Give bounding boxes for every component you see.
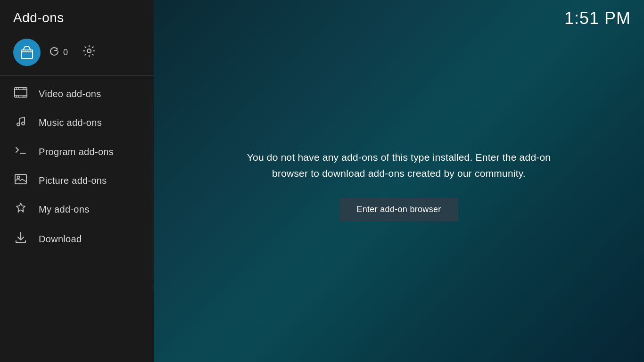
- refresh-area: 0: [49, 46, 68, 59]
- sidebar-item-label: Picture add-ons: [39, 175, 107, 186]
- sidebar-item-program-addons[interactable]: Program add-ons: [0, 137, 154, 166]
- app-title: Add-ons: [0, 0, 154, 34]
- sidebar-item-video-addons[interactable]: Video add-ons: [0, 80, 154, 108]
- addon-icon: [13, 39, 41, 66]
- my-addons-icon: [13, 202, 28, 216]
- sidebar-item-picture-addons[interactable]: Picture add-ons: [0, 166, 154, 195]
- picture-icon: [13, 174, 28, 187]
- sidebar-item-music-addons[interactable]: Music add-ons: [0, 108, 154, 137]
- sidebar-item-label: Program add-ons: [39, 147, 114, 157]
- svg-point-1: [87, 49, 91, 53]
- sidebar-item-label: Video add-ons: [39, 89, 101, 99]
- download-icon: [13, 231, 28, 247]
- sidebar-divider: [0, 75, 154, 76]
- top-bar: 1:51 PM: [154, 0, 644, 37]
- empty-message: You do not have any add-ons of this type…: [234, 149, 564, 181]
- main-content: 1:51 PM You do not have any add-ons of t…: [154, 0, 644, 362]
- sidebar-item-label: My add-ons: [39, 204, 90, 215]
- sidebar: Add-ons 0: [0, 0, 154, 362]
- clock: 1:51 PM: [564, 8, 631, 28]
- program-icon: [13, 145, 28, 159]
- settings-button[interactable]: [83, 45, 95, 60]
- refresh-count: 0: [63, 48, 68, 58]
- refresh-icon: [49, 46, 59, 59]
- svg-point-17: [17, 176, 20, 179]
- addon-box-icon: [20, 45, 34, 59]
- sidebar-item-label: Download: [39, 234, 82, 245]
- svg-rect-0: [21, 50, 33, 58]
- sidebar-item-my-addons[interactable]: My add-ons: [0, 195, 154, 224]
- sidebar-item-download[interactable]: Download: [0, 224, 154, 254]
- music-icon: [13, 115, 28, 130]
- enter-addon-browser-button[interactable]: Enter add-on browser: [339, 198, 458, 221]
- content-center: You do not have any add-ons of this type…: [154, 37, 644, 362]
- sidebar-item-label: Music add-ons: [39, 117, 102, 128]
- sidebar-header: 0: [0, 34, 154, 75]
- video-icon: [13, 87, 28, 100]
